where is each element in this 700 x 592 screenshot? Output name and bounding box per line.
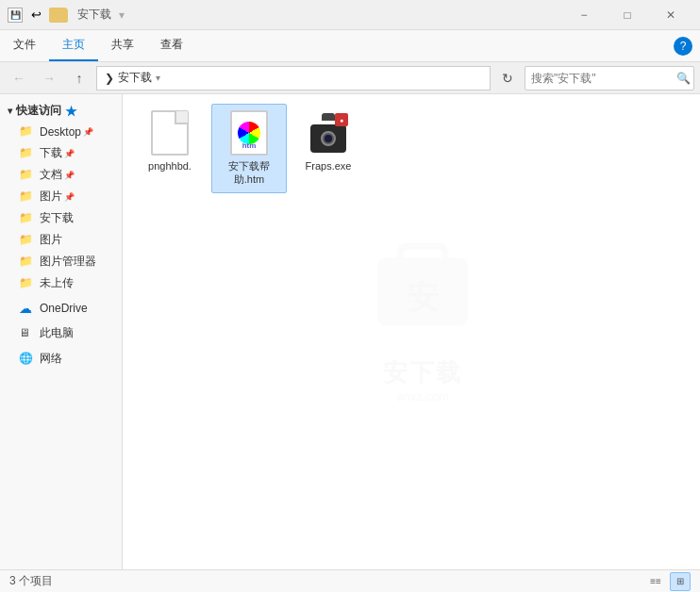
save-icon[interactable]: 💾 — [8, 8, 23, 23]
item-count: 3 个项目 — [9, 573, 53, 589]
addressbar-row: ← → ↑ ❯ 安下载 ▾ ↻ 🔍 — [0, 62, 700, 94]
folder-icon: 📁 — [19, 255, 34, 270]
file-name: 安下载帮助.htm — [216, 159, 282, 187]
watermark: 安 安下载 anxz.com — [366, 223, 479, 403]
file-item-fraps[interactable]: ● Fraps.exe — [291, 104, 366, 193]
onedrive-section: ☁ OneDrive — [0, 298, 122, 319]
sidebar-item-onedrive[interactable]: ☁ OneDrive — [0, 298, 122, 319]
chevron-icon: ▾ — [8, 106, 12, 116]
list-view-button[interactable]: ≡≡ — [645, 572, 666, 591]
computer-icon: 🖥 — [19, 326, 34, 341]
search-input[interactable] — [531, 72, 673, 85]
refresh-button[interactable]: ↻ — [494, 66, 521, 90]
file-area[interactable]: 安 安下载 anxz.com pnghhbd. — [123, 94, 700, 569]
sidebar-item-pictures2[interactable]: 📁 图片 — [0, 229, 122, 251]
file-item-pnghhbd[interactable]: pnghhbd. — [132, 104, 208, 193]
star-icon: ★ — [65, 104, 77, 119]
file-icon — [226, 110, 272, 156]
close-button[interactable]: ✕ — [649, 0, 692, 30]
computer-label: 此电脑 — [40, 325, 74, 341]
ribbon: 文件 主页 共享 查看 ? — [0, 30, 700, 62]
sidebar-item-desktop[interactable]: 📁 Desktop 📌 — [0, 122, 122, 142]
sidebar-item-documents[interactable]: 📁 文档 📌 — [0, 164, 122, 186]
tab-home[interactable]: 主页 — [49, 30, 98, 61]
folder-icon: 📁 — [19, 211, 34, 226]
folder-icon: 📁 — [19, 124, 34, 140]
sidebar-item-label: 下载 — [40, 145, 62, 161]
sidebar-item-label: 图片 — [40, 232, 62, 248]
search-icon[interactable]: 🔍 — [676, 72, 691, 85]
window-controls: − □ ✕ — [562, 0, 692, 30]
sidebar-item-label: 图片管理器 — [40, 254, 96, 270]
sidebar-item-downloads[interactable]: 📁 下载 📌 — [0, 142, 122, 164]
view-controls: ≡≡ ⊞ — [645, 572, 691, 591]
watermark-bag-icon: 安 — [366, 223, 479, 356]
network-label: 网络 — [40, 351, 62, 367]
title-text: 安下载 — [77, 7, 111, 23]
main-layout: ▾ 快速访问 ★ 📁 Desktop 📌 📁 下载 📌 📁 文档 📌 📁 — [0, 94, 700, 569]
sidebar-item-picmanager[interactable]: 📁 图片管理器 — [0, 251, 122, 272]
breadcrumb-path: 安下载 — [118, 70, 152, 86]
title-dropdown[interactable]: ▾ — [119, 8, 125, 22]
up-button[interactable]: ↑ — [66, 66, 92, 90]
sidebar-item-label: 图片 — [40, 189, 62, 205]
folder-icon: 📁 — [19, 146, 34, 161]
sidebar-item-anxz[interactable]: 📁 安下载 — [0, 207, 122, 229]
watermark-text: 安下载 — [366, 356, 479, 389]
forward-button[interactable]: → — [36, 66, 62, 90]
svg-rect-1 — [400, 246, 445, 269]
file-icon: ● — [306, 110, 351, 156]
quick-access-header[interactable]: ▾ 快速访问 ★ — [0, 100, 122, 122]
file-name: Fraps.exe — [306, 159, 352, 173]
folder-icon: 📁 — [19, 168, 34, 183]
sidebar-item-uploads[interactable]: 📁 未上传 — [0, 272, 122, 294]
sidebar-item-label: 安下载 — [40, 210, 74, 226]
quick-access-section: ▾ 快速访问 ★ 📁 Desktop 📌 📁 下载 📌 📁 文档 📌 📁 — [0, 100, 122, 294]
breadcrumb[interactable]: ❯ 安下载 ▾ — [96, 66, 491, 90]
help-button[interactable]: ? — [674, 37, 692, 56]
sidebar-item-pictures[interactable]: 📁 图片 📌 — [0, 186, 122, 207]
back-button[interactable]: ← — [6, 66, 32, 90]
doc-icon — [151, 110, 189, 156]
folder-icon: 📁 — [19, 276, 34, 291]
title-bar: 💾 ↩ 安下载 ▾ − □ ✕ — [0, 0, 700, 30]
network-icon: 🌐 — [19, 352, 34, 367]
sidebar-item-label: 未上传 — [40, 275, 74, 291]
breadcrumb-arrow: ❯ — [105, 72, 114, 85]
svg-rect-0 — [377, 257, 468, 325]
onedrive-label: OneDrive — [40, 302, 88, 315]
tab-file[interactable]: 文件 — [0, 30, 49, 61]
watermark-url: anxz.com — [366, 389, 479, 403]
pin-icon: 📌 — [64, 149, 75, 158]
svg-text:安: 安 — [405, 279, 439, 315]
breadcrumb-dropdown[interactable]: ▾ — [156, 73, 160, 83]
file-item-htm[interactable]: 安下载帮助.htm — [211, 104, 287, 193]
pin-icon: 📌 — [64, 171, 75, 180]
title-bar-icons: 💾 ↩ 安下载 ▾ — [8, 7, 125, 23]
tab-view[interactable]: 查看 — [147, 30, 196, 61]
tab-share[interactable]: 共享 — [98, 30, 147, 61]
file-name: pnghhbd. — [148, 159, 192, 173]
folder-icon: 📁 — [19, 189, 34, 205]
fraps-icon: ● — [308, 113, 348, 153]
minimize-button[interactable]: − — [562, 0, 606, 30]
file-icon — [147, 110, 192, 156]
sidebar-item-network[interactable]: 🌐 网络 — [0, 348, 122, 370]
network-section: 🌐 网络 — [0, 348, 122, 370]
htm-icon — [230, 110, 268, 156]
sidebar-item-label: Desktop — [40, 125, 81, 139]
computer-section: 🖥 此电脑 — [0, 322, 122, 344]
maximize-button[interactable]: □ — [606, 0, 649, 30]
search-box: 🔍 — [525, 66, 694, 90]
status-bar: 3 个项目 ≡≡ ⊞ — [0, 569, 700, 592]
undo-icon[interactable]: ↩ — [28, 8, 43, 23]
cloud-icon: ☁ — [19, 301, 34, 316]
sidebar: ▾ 快速访问 ★ 📁 Desktop 📌 📁 下载 📌 📁 文档 📌 📁 — [0, 94, 123, 569]
sidebar-item-computer[interactable]: 🖥 此电脑 — [0, 322, 122, 344]
pin-icon: 📌 — [83, 127, 93, 137]
grid-view-button[interactable]: ⊞ — [670, 572, 691, 591]
files-grid: pnghhbd. 安下载帮助.htm — [132, 104, 691, 193]
pin-icon: 📌 — [64, 192, 75, 202]
quick-access-label: 快速访问 — [16, 103, 61, 119]
folder-icon: 📁 — [19, 233, 34, 248]
